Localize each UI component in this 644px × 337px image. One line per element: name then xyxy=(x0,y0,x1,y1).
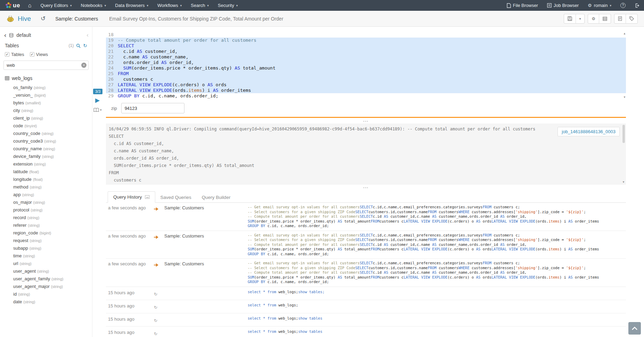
menu-workflows[interactable]: Workflows▾ xyxy=(153,0,186,11)
sql-editor[interactable]: 1819-- Compute total amount per order fo… xyxy=(106,32,626,99)
history-row[interactable]: 15 hours ago↻select * from web_logs;show… xyxy=(106,327,626,337)
history-sql[interactable]: select * from web_logs;show tables xyxy=(248,329,626,337)
editor-line[interactable]: 23 ords.order_id AS order_id, xyxy=(106,60,626,65)
menu-data-browsers[interactable]: Data Browsers▾ xyxy=(110,0,153,11)
column-item[interactable]: country_code3(string) xyxy=(0,137,92,145)
editor-line[interactable]: 18 xyxy=(106,32,626,38)
execute-query-button[interactable]: ▶ xyxy=(95,97,100,104)
history-icon[interactable]: ↺ xyxy=(41,15,46,22)
help-button[interactable]: ? xyxy=(616,0,630,11)
history-sql[interactable]: -- Get email survey opt-in values for al… xyxy=(248,205,626,228)
editor-line[interactable]: 28LATERAL VIEW EXPLODE(ords.items) i AS … xyxy=(106,88,626,93)
history-sql[interactable]: -- Get email survey opt-in values for al… xyxy=(248,233,626,257)
database-name[interactable]: default xyxy=(16,32,31,38)
filter-tables-checkbox[interactable]: ✓Tables xyxy=(5,52,24,57)
back-icon[interactable]: ‹ xyxy=(4,33,6,38)
filter-views-checkbox[interactable]: ✓Views xyxy=(30,52,48,57)
column-item[interactable]: region_code(bigint) xyxy=(0,229,92,236)
history-sql[interactable]: select * from web_logs; xyxy=(248,303,626,310)
column-item[interactable]: request(string) xyxy=(0,236,92,244)
column-item[interactable]: country_code(string) xyxy=(0,129,92,137)
scrollbar-thumb[interactable] xyxy=(622,125,625,143)
editor-line[interactable]: 25FROM xyxy=(106,71,626,77)
history-row[interactable]: 15 hours ago↻select * from web_logs; xyxy=(106,300,626,313)
column-item[interactable]: user_agent_major(string) xyxy=(0,282,92,290)
scrollbar-down-icon[interactable]: ▼ xyxy=(622,180,625,184)
column-item[interactable]: longitude(float) xyxy=(0,175,92,183)
history-sql[interactable]: -- Get email survey opt-in values for al… xyxy=(248,261,626,284)
refresh-icon[interactable]: ↻ xyxy=(154,331,157,336)
editor-line[interactable]: 24 SUM(order_items.price * order_items.q… xyxy=(106,65,626,71)
user-menu[interactable]: ⚙ romain ▾ xyxy=(583,0,616,11)
column-item[interactable]: date(string) xyxy=(0,298,92,305)
column-item[interactable]: url(string) xyxy=(0,259,92,267)
scrollbar-up-icon[interactable]: ▲ xyxy=(623,32,626,35)
resize-handle[interactable]: ••• xyxy=(106,186,626,190)
saved-queries-book-button[interactable]: ▾ xyxy=(93,108,102,112)
job-link[interactable]: job_1461888648136_0003 xyxy=(558,127,620,136)
column-item[interactable]: city(string) xyxy=(0,106,92,114)
load-query-arrow-icon[interactable] xyxy=(154,263,159,267)
column-item[interactable]: latitude(float) xyxy=(0,168,92,175)
column-item[interactable]: os_family(string) xyxy=(0,83,92,91)
refresh-icon[interactable]: ↻ xyxy=(154,305,157,310)
hue-logo[interactable]: ue xyxy=(0,0,24,11)
results-count-badge[interactable]: 3/3 xyxy=(93,89,102,94)
column-item[interactable]: referer(string) xyxy=(0,221,92,229)
scroll-to-top-button[interactable] xyxy=(628,322,641,335)
history-sql[interactable]: select * from web_logs;show tables xyxy=(248,316,626,323)
refresh-icon[interactable]: ↻ xyxy=(154,318,157,323)
menu-query-editors[interactable]: Query Editors▾ xyxy=(36,0,76,11)
save-button[interactable] xyxy=(564,14,576,23)
load-query-arrow-icon[interactable] xyxy=(154,235,159,239)
history-row[interactable]: 15 hours ago↻select * from web_logs;show… xyxy=(106,313,626,327)
editor-line[interactable]: 21 c.id AS customer_id, xyxy=(106,49,626,54)
home-button[interactable]: ⌂ xyxy=(24,0,36,11)
save-dropdown-button[interactable]: ▾ xyxy=(576,14,585,23)
editor-line[interactable]: 19-- Compute total amount per order for … xyxy=(106,38,626,43)
column-item[interactable]: app(string) xyxy=(0,191,92,198)
editor-line[interactable]: 27LATERAL VIEW EXPLODE(c.orders) o AS or… xyxy=(106,82,626,88)
collapse-panel-icon[interactable]: ‹ xyxy=(86,33,89,38)
column-item[interactable]: country_name(string) xyxy=(0,145,92,152)
table-row[interactable]: web_logs xyxy=(0,70,92,82)
tab-query-history[interactable]: Query History xyxy=(108,191,155,203)
job-browser-button[interactable]: Job Browser xyxy=(543,0,583,11)
menu-search[interactable]: Search▾ xyxy=(186,0,213,11)
scrollbar-down-icon[interactable]: ▼ xyxy=(623,96,626,99)
column-item[interactable]: _version_(bigint) xyxy=(0,91,92,99)
refresh-icon[interactable]: ↻ xyxy=(154,292,157,297)
column-item[interactable]: subapp(string) xyxy=(0,244,92,252)
history-sql[interactable]: select * from web_logs;show tables; xyxy=(248,290,626,297)
column-item[interactable]: time(string) xyxy=(0,252,92,259)
hive-app-link[interactable]: Hive xyxy=(6,15,31,23)
editor-line[interactable]: 26 customers c xyxy=(106,77,626,82)
menu-security[interactable]: Security▾ xyxy=(213,0,242,11)
tags-button[interactable] xyxy=(626,14,637,23)
search-icon[interactable] xyxy=(76,43,81,48)
column-item[interactable]: bytes(smallint) xyxy=(0,99,92,106)
column-item[interactable]: user_agent(string) xyxy=(0,267,92,275)
tab-query-builder[interactable]: Query Builder xyxy=(197,192,236,203)
column-item[interactable]: device_family(string) xyxy=(0,152,92,160)
tab-saved-queries[interactable]: Saved Queries xyxy=(155,192,197,203)
column-item[interactable]: method(string) xyxy=(0,183,92,191)
table-name[interactable]: web_logs xyxy=(12,75,32,81)
table-filter-input[interactable] xyxy=(3,61,89,70)
logout-button[interactable] xyxy=(630,0,644,11)
zip-parameter-input[interactable] xyxy=(121,103,184,113)
load-query-arrow-icon[interactable] xyxy=(154,207,159,211)
history-row[interactable]: 15 hours ago↻select * from web_logs;show… xyxy=(106,287,626,300)
editor-line[interactable]: 22 c.name AS customer_name, xyxy=(106,54,626,60)
column-item[interactable]: user_agent_family(string) xyxy=(0,275,92,282)
query-title[interactable]: Sample: Customers xyxy=(55,16,98,22)
column-item[interactable]: code(tinyint) xyxy=(0,122,92,129)
column-item[interactable]: protocol(string) xyxy=(0,206,92,214)
column-item[interactable]: record(string) xyxy=(0,214,92,221)
history-row[interactable]: a few seconds agoSample: Customers-- Get… xyxy=(106,203,626,231)
history-row[interactable]: a few seconds agoSample: Customers-- Get… xyxy=(106,259,626,287)
resize-handle[interactable]: ••• xyxy=(106,120,626,123)
file-browser-button[interactable]: File Browser xyxy=(502,0,543,11)
column-item[interactable]: os_major(string) xyxy=(0,198,92,206)
history-row[interactable]: a few seconds agoSample: Customers-- Get… xyxy=(106,231,626,259)
